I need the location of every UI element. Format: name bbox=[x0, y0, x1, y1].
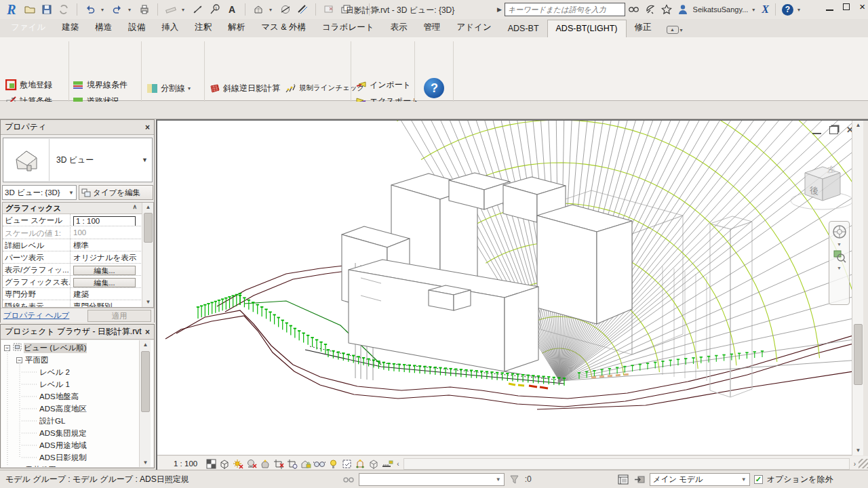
tree-item-ads-ground[interactable]: ADS地盤高 bbox=[39, 390, 79, 403]
tab-manage[interactable]: 管理 bbox=[416, 18, 449, 37]
ribbon-button-boundary-conditions[interactable]: 境界線条件 bbox=[73, 77, 127, 92]
help-dropdown-icon[interactable]: ▾ bbox=[797, 7, 803, 13]
scroll-right-icon[interactable]: › bbox=[851, 460, 859, 468]
division-line-dropdown-icon[interactable]: ▾ bbox=[188, 85, 193, 92]
sync-icon[interactable] bbox=[58, 3, 70, 16]
tab-annotate[interactable]: 注釈 bbox=[186, 18, 220, 37]
undo-dropdown-icon[interactable]: ▾ bbox=[101, 7, 106, 13]
favorites-icon[interactable] bbox=[660, 3, 673, 16]
view-scale-input[interactable]: 1 : 100 bbox=[73, 216, 136, 226]
edit-graphics-button[interactable]: 編集... bbox=[73, 278, 136, 287]
aligned-dimension-icon[interactable] bbox=[192, 3, 204, 16]
project-browser-close-icon[interactable]: × bbox=[145, 327, 150, 337]
tab-insert[interactable]: 挿入 bbox=[153, 18, 186, 37]
status-transfer-icon[interactable] bbox=[633, 473, 646, 485]
property-row[interactable]: 隠線を表示 専門分野別 bbox=[3, 300, 141, 308]
account-dropdown-icon[interactable]: ▾ bbox=[752, 7, 757, 13]
tab-addins[interactable]: アドイン bbox=[449, 18, 500, 37]
measure-dropdown-icon[interactable]: ▾ bbox=[182, 7, 187, 13]
undo-icon[interactable] bbox=[84, 3, 96, 16]
3d-view-dropdown-icon[interactable]: ▾ bbox=[269, 7, 275, 13]
tab-systems[interactable]: 設備 bbox=[120, 18, 153, 37]
minimize-button[interactable] bbox=[826, 9, 833, 11]
active-model-combobox[interactable]: メイン モデル ▼ bbox=[650, 473, 750, 486]
3d-view-viewport[interactable]: ✕ 後 左 ▼ ▼ bbox=[157, 121, 852, 455]
temporary-view-properties-icon[interactable] bbox=[340, 458, 353, 470]
print-icon[interactable] bbox=[138, 3, 151, 16]
tab-file[interactable]: ファイル bbox=[3, 18, 54, 37]
tree-item-design-gl[interactable]: 設計GL bbox=[39, 415, 65, 427]
ribbon-button-site-register[interactable]: 敷地登録 bbox=[5, 77, 52, 92]
redo-dropdown-icon[interactable]: ▾ bbox=[128, 7, 134, 13]
ribbon-button-division-line[interactable]: 分割線 ▾ bbox=[146, 81, 193, 96]
tab-adsbt[interactable]: ADS-BT bbox=[500, 20, 547, 37]
status-list-icon[interactable] bbox=[617, 473, 629, 485]
reveal-hidden-elements-icon[interactable] bbox=[326, 458, 340, 470]
tab-massing-site[interactable]: マス & 外構 bbox=[253, 18, 314, 37]
revit-logo-icon[interactable]: R bbox=[4, 2, 19, 18]
close-button[interactable]: × bbox=[859, 3, 865, 11]
scroll-down-icon[interactable]: ▼ bbox=[140, 458, 151, 467]
property-row[interactable]: 詳細レベル 標準 bbox=[3, 239, 141, 251]
view-scale-button[interactable]: 1 : 100 bbox=[157, 460, 204, 468]
properties-close-icon[interactable]: × bbox=[145, 123, 150, 132]
reveal-constraints-icon[interactable] bbox=[380, 458, 394, 470]
crop-view-off-icon[interactable] bbox=[272, 458, 285, 470]
properties-help-link[interactable]: プロパティ ヘルプ bbox=[3, 310, 69, 321]
tab-modify[interactable]: 修正 bbox=[627, 18, 660, 37]
sun-path-off-icon[interactable] bbox=[231, 458, 245, 470]
properties-section[interactable]: グラフィックス∧ bbox=[3, 203, 153, 214]
search-icon[interactable] bbox=[628, 3, 640, 16]
show-crop-region-icon[interactable] bbox=[285, 458, 299, 470]
tree-item-level2[interactable]: レベル 2 bbox=[39, 366, 70, 378]
exchange-apps-icon[interactable]: X bbox=[762, 3, 769, 16]
design-option-combobox[interactable]: ▼ bbox=[359, 473, 505, 486]
browser-scrollbar[interactable]: ▲ ▼ bbox=[139, 340, 151, 467]
tab-analyze[interactable]: 解析 bbox=[220, 18, 253, 37]
section-icon[interactable] bbox=[279, 3, 292, 16]
instance-selector[interactable]: 3D ビュー: {3D} ▼ bbox=[2, 185, 77, 200]
canvas-vertical-scrollbar[interactable]: ▲ ▼ bbox=[852, 121, 863, 455]
temporary-hide-isolate-icon[interactable] bbox=[313, 458, 326, 470]
title-flyout-icon[interactable]: ▶ bbox=[497, 6, 502, 13]
rendering-dialog-icon[interactable] bbox=[258, 458, 272, 470]
zoom-dropdown-icon[interactable]: ▼ bbox=[829, 266, 849, 270]
displacement-sets-icon[interactable] bbox=[367, 458, 380, 470]
properties-scrollbar[interactable]: ▲ ▼ bbox=[142, 203, 153, 307]
ribbon-button-import[interactable]: インポート bbox=[355, 77, 411, 92]
ribbon-button-inverse-shadow[interactable]: 斜線逆日影計算 bbox=[209, 81, 280, 96]
apply-button[interactable]: 適用 bbox=[87, 310, 151, 322]
binoculars-icon[interactable] bbox=[342, 473, 355, 485]
property-row[interactable]: グラフィックス表... 編集... bbox=[3, 276, 141, 288]
analytical-model-icon[interactable] bbox=[353, 458, 367, 470]
type-selector[interactable]: 3D ビュー ▼ bbox=[3, 138, 153, 182]
canvas-horizontal-scrollbar[interactable] bbox=[403, 458, 850, 470]
tree-item-ads-height-district[interactable]: ADS高度地区 bbox=[39, 403, 87, 415]
type-selector-dropdown-icon[interactable]: ▼ bbox=[142, 157, 152, 163]
property-row[interactable]: ビュー スケール 1 : 100 bbox=[3, 214, 141, 226]
view-minimize-icon[interactable] bbox=[812, 126, 821, 134]
viewcube[interactable]: 後 左 bbox=[785, 158, 859, 214]
thin-lines-icon[interactable] bbox=[296, 3, 309, 16]
tree-item-ads-shadow-regulation[interactable]: ADS日影規制 bbox=[39, 451, 87, 464]
resize-grip[interactable] bbox=[859, 459, 868, 468]
scroll-up-icon[interactable]: ▲ bbox=[853, 121, 863, 130]
property-row[interactable]: パーツ表示 オリジナルを表示 bbox=[3, 251, 141, 264]
tab-adsbt-light[interactable]: ADS-BT(LIGHT) bbox=[547, 20, 627, 37]
tab-architecture[interactable]: 建築 bbox=[54, 18, 87, 37]
tree-item-ads-group-regulation[interactable]: ADS集団規定 bbox=[39, 427, 87, 439]
save-icon[interactable] bbox=[41, 3, 53, 16]
tag-icon[interactable]: 1 bbox=[209, 3, 221, 16]
visual-style-icon[interactable] bbox=[218, 458, 231, 470]
scroll-down-icon[interactable]: ▼ bbox=[853, 446, 863, 455]
view-restore-icon[interactable] bbox=[829, 126, 838, 134]
scroll-up-icon[interactable]: ▲ bbox=[140, 340, 151, 350]
filter-icon[interactable] bbox=[509, 473, 521, 485]
communication-center-icon[interactable] bbox=[644, 3, 656, 16]
scroll-up-icon[interactable]: ▲ bbox=[143, 203, 153, 212]
shadows-off-icon[interactable] bbox=[245, 458, 258, 470]
scroll-down-icon[interactable]: ▼ bbox=[143, 298, 153, 307]
measure-icon[interactable] bbox=[165, 3, 177, 16]
open-icon[interactable] bbox=[24, 3, 36, 16]
navbar-dropdown-icon[interactable]: ▼ bbox=[829, 242, 849, 247]
